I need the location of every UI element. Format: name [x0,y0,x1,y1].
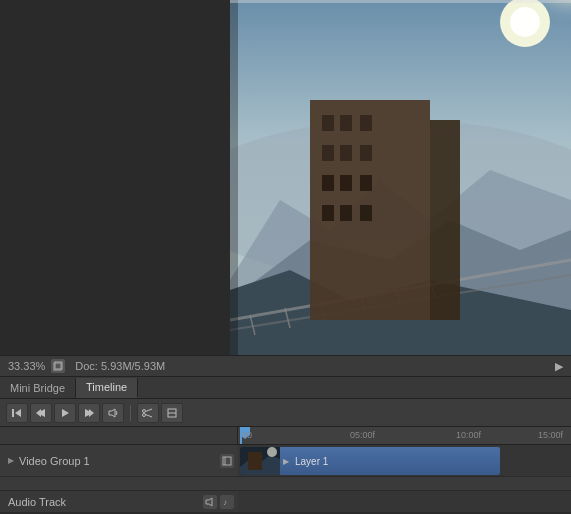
svg-rect-29 [430,120,460,320]
svg-rect-21 [340,145,352,161]
status-bar: 33.33% Doc: 5.93M/5.93M ▶ [0,355,571,377]
scene-svg [230,0,571,355]
clip-thumbnail [240,447,280,475]
canvas-area [0,0,571,355]
cut-button[interactable] [137,403,159,423]
ruler-mark-1000: 10:00f [456,430,481,440]
svg-point-42 [143,409,146,412]
svg-point-43 [143,413,146,416]
svg-marker-38 [62,409,69,417]
video-group-track: ▶ Video Group 1 [0,445,571,477]
timeline-tracks: ▶ Video Group 1 [0,445,571,490]
svg-rect-20 [322,145,334,161]
svg-point-3 [510,7,540,37]
audio-track-row: Audio Track ♪ [0,490,571,512]
svg-marker-40 [89,409,94,417]
ruler-mark-1500: 15:00f [538,430,563,440]
track-name-video-group: Video Group 1 [19,455,90,467]
track-content-video[interactable]: ▶ Layer 1 [238,445,571,476]
copy-icon[interactable] [51,359,65,373]
svg-rect-49 [223,457,231,465]
track-label-video-group: ▶ Video Group 1 [0,455,180,467]
track-controls-video [180,454,238,468]
play-button[interactable] [54,403,76,423]
svg-rect-26 [322,205,334,221]
svg-marker-37 [36,409,41,417]
svg-rect-34 [12,409,14,417]
ruler-left-pad [0,427,238,444]
track-expand-arrow[interactable]: ▶ [8,456,14,465]
controls-bar [0,399,571,427]
ruler-mark-500: 05:00f [350,430,375,440]
audio-track-label: Audio Track [0,496,180,508]
svg-text:♪: ♪ [223,498,227,507]
tab-bar: Mini Bridge Timeline [0,377,571,399]
doc-size: Doc: 5.93M/5.93M [75,360,555,372]
audio-note-icon[interactable]: ♪ [220,495,234,509]
zoom-level: 33.33% [8,360,45,372]
clip-label: Layer 1 [289,456,334,467]
svg-rect-17 [322,115,334,131]
svg-rect-18 [340,115,352,131]
track-settings-icon[interactable] [220,454,234,468]
timeline-ruler: 00 05:00f 10:00f 15:00f [0,427,571,445]
ruler-track[interactable]: 00 05:00f 10:00f 15:00f [238,427,571,444]
svg-marker-55 [206,498,212,506]
svg-rect-22 [360,145,372,161]
svg-marker-41 [109,409,115,417]
tab-timeline[interactable]: Timeline [76,378,138,398]
audio-volume-icon[interactable] [203,495,217,509]
timeline-area: 00 05:00f 10:00f 15:00f ▶ Video Group 1 [0,427,571,512]
svg-line-44 [146,409,153,412]
svg-rect-30 [230,0,238,355]
svg-rect-27 [340,205,352,221]
svg-line-45 [146,414,153,417]
step-back-button[interactable] [6,403,28,423]
prev-frame-button[interactable] [30,403,52,423]
layer-1-clip[interactable]: ▶ Layer 1 [240,447,500,475]
svg-rect-24 [340,175,352,191]
svg-rect-31 [230,0,571,3]
canvas-left-panel [0,0,230,355]
svg-rect-25 [360,175,372,191]
tab-mini-bridge[interactable]: Mini Bridge [0,378,76,398]
audio-track-content [238,491,571,512]
svg-rect-23 [322,175,334,191]
audio-button[interactable] [102,403,124,423]
next-frame-button[interactable] [78,403,100,423]
audio-controls: ♪ [180,495,238,509]
divider-1 [130,405,131,421]
svg-marker-35 [15,409,21,417]
ruler-mark-0: 00 [242,430,252,440]
status-arrow[interactable]: ▶ [555,360,563,373]
svg-point-54 [267,447,277,457]
svg-rect-28 [360,205,372,221]
svg-rect-19 [360,115,372,131]
svg-rect-53 [248,452,262,470]
canvas-image [230,0,571,355]
edit-button[interactable] [161,403,183,423]
